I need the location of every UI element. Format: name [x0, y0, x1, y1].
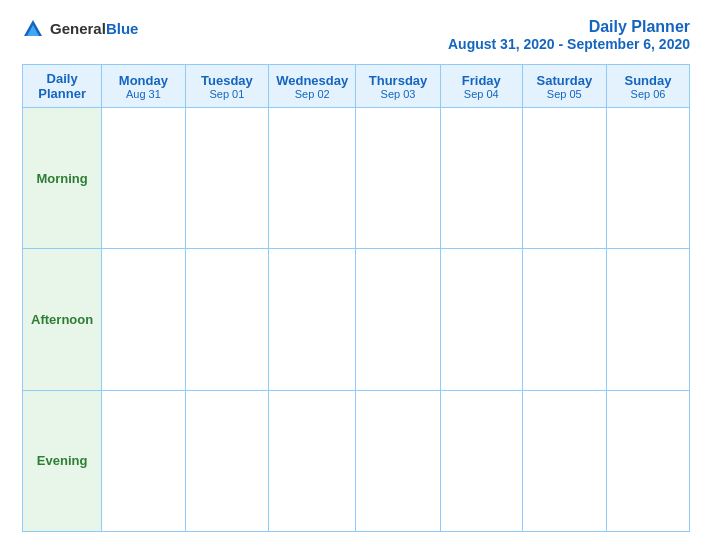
table-row-afternoon: Afternoon [23, 249, 690, 390]
top-header: GeneralBlue Daily Planner August 31, 202… [22, 18, 690, 52]
header-col-monday: MondayAug 31 [102, 65, 185, 108]
col-date: Sep 02 [273, 88, 351, 100]
cell-morning-thursday[interactable] [356, 108, 441, 249]
col-day-name: Sunday [611, 73, 685, 88]
col-date: Sep 04 [445, 88, 518, 100]
cell-evening-wednesday[interactable] [269, 390, 356, 531]
generalblue-logo-icon [22, 18, 44, 40]
label-evening: Evening [23, 390, 102, 531]
cell-afternoon-tuesday[interactable] [185, 249, 269, 390]
label-morning: Morning [23, 108, 102, 249]
header-col-tuesday: TuesdaySep 01 [185, 65, 269, 108]
cell-morning-tuesday[interactable] [185, 108, 269, 249]
table-row-morning: Morning [23, 108, 690, 249]
cell-evening-tuesday[interactable] [185, 390, 269, 531]
col-date: Sep 05 [527, 88, 602, 100]
cell-afternoon-saturday[interactable] [522, 249, 606, 390]
cell-evening-monday[interactable] [102, 390, 185, 531]
col-date: Sep 01 [190, 88, 265, 100]
header-label-text: Daily Planner [27, 71, 97, 101]
table-row-evening: Evening [23, 390, 690, 531]
cell-morning-wednesday[interactable] [269, 108, 356, 249]
cell-evening-saturday[interactable] [522, 390, 606, 531]
planner-table: Daily Planner MondayAug 31TuesdaySep 01W… [22, 64, 690, 532]
col-day-name: Wednesday [273, 73, 351, 88]
title-area: Daily Planner August 31, 2020 - Septembe… [448, 18, 690, 52]
planner-date-range: August 31, 2020 - September 6, 2020 [448, 36, 690, 52]
planner-title: Daily Planner [448, 18, 690, 36]
col-day-name: Monday [106, 73, 180, 88]
label-afternoon: Afternoon [23, 249, 102, 390]
header-label-cell: Daily Planner [23, 65, 102, 108]
logo-text-general: General [50, 20, 106, 37]
cell-morning-saturday[interactable] [522, 108, 606, 249]
cell-evening-sunday[interactable] [606, 390, 689, 531]
cell-afternoon-friday[interactable] [440, 249, 522, 390]
logo-text-blue: Blue [106, 20, 139, 37]
header-col-saturday: SaturdaySep 05 [522, 65, 606, 108]
logo-area: GeneralBlue [22, 18, 138, 40]
header-col-friday: FridaySep 04 [440, 65, 522, 108]
col-day-name: Thursday [360, 73, 436, 88]
col-day-name: Friday [445, 73, 518, 88]
col-day-name: Saturday [527, 73, 602, 88]
cell-evening-thursday[interactable] [356, 390, 441, 531]
cell-afternoon-wednesday[interactable] [269, 249, 356, 390]
header-col-sunday: SundaySep 06 [606, 65, 689, 108]
col-date: Aug 31 [106, 88, 180, 100]
table-header-row: Daily Planner MondayAug 31TuesdaySep 01W… [23, 65, 690, 108]
cell-morning-monday[interactable] [102, 108, 185, 249]
col-day-name: Tuesday [190, 73, 265, 88]
cell-afternoon-sunday[interactable] [606, 249, 689, 390]
cell-morning-friday[interactable] [440, 108, 522, 249]
col-date: Sep 03 [360, 88, 436, 100]
cell-afternoon-monday[interactable] [102, 249, 185, 390]
header-col-wednesday: WednesdaySep 02 [269, 65, 356, 108]
header-col-thursday: ThursdaySep 03 [356, 65, 441, 108]
cell-evening-friday[interactable] [440, 390, 522, 531]
cell-afternoon-thursday[interactable] [356, 249, 441, 390]
col-date: Sep 06 [611, 88, 685, 100]
cell-morning-sunday[interactable] [606, 108, 689, 249]
